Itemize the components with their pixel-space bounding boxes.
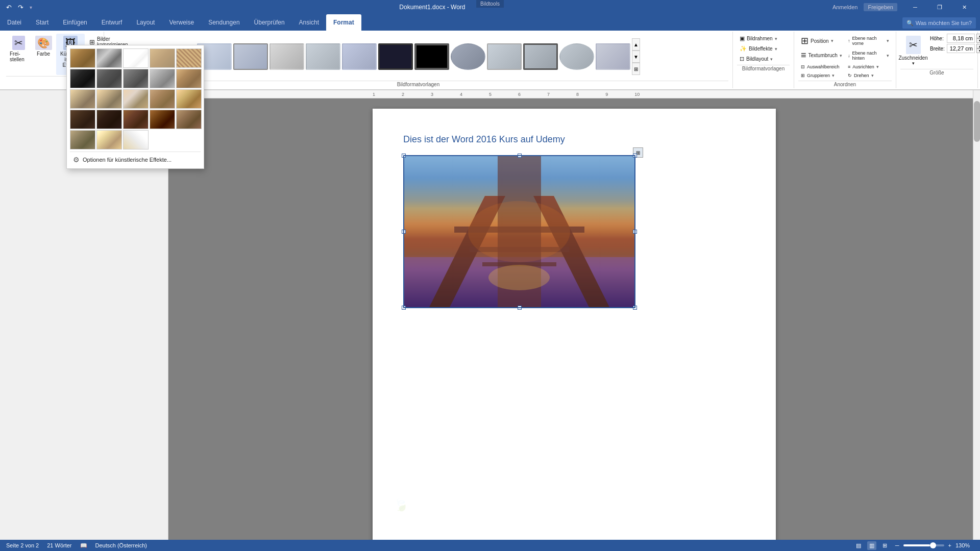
redo-button[interactable]: ↷ <box>16 3 26 12</box>
bildformat-item-7[interactable] <box>414 43 449 70</box>
bildrahmen-button[interactable]: ▣ Bildrahmen ▾ <box>737 34 790 43</box>
effect-pencil-sketch[interactable] <box>96 48 122 68</box>
effect-dark-2[interactable] <box>96 110 122 129</box>
bildformat-scroll-down[interactable]: ▼ <box>632 51 640 63</box>
drehen-button[interactable]: ↻ Drehen ▾ <box>845 71 892 80</box>
bildformat-item-11[interactable] <box>559 43 594 70</box>
zoom-out-button[interactable]: ─ <box>893 542 901 548</box>
restore-button[interactable]: ❐ <box>928 0 951 14</box>
zoom-slider-handle[interactable] <box>930 542 936 548</box>
handle-tm[interactable] <box>518 154 522 158</box>
handle-tl[interactable] <box>402 154 406 158</box>
effect-bw-2[interactable] <box>96 69 122 88</box>
effect-warm[interactable] <box>176 69 202 88</box>
handle-bl[interactable] <box>402 306 406 310</box>
textumbruch-button[interactable]: ≡ Textumbruch ▾ <box>798 48 845 62</box>
effect-sepia-1[interactable] <box>70 89 95 109</box>
ebene-nach-vorne-button[interactable]: ↑ Ebene nach vorne ▾ <box>845 34 892 48</box>
breite-spin-down[interactable]: ▼ <box>976 48 980 53</box>
view-web-button[interactable]: ⊞ <box>880 541 889 550</box>
view-layout-button[interactable]: ▥ <box>867 541 876 550</box>
zoom-slider-track[interactable] <box>903 544 944 546</box>
effect-dark-3[interactable] <box>123 110 149 129</box>
bildformat-item-2[interactable] <box>233 43 268 70</box>
effect-dark-1[interactable] <box>70 110 95 129</box>
effect-artistic-2[interactable] <box>96 130 122 149</box>
breite-spin-up[interactable]: ▲ <box>976 44 980 48</box>
textumbruch-icon: ≡ <box>801 50 806 61</box>
tab-ueberpruefen[interactable]: Überprüfen <box>247 14 292 31</box>
tab-entwurf[interactable]: Entwurf <box>94 14 130 31</box>
view-normal-button[interactable]: ▤ <box>854 541 863 550</box>
auswahlbereich-button[interactable]: ⊟ Auswahlbereich <box>798 63 845 71</box>
effect-artistic-1[interactable] <box>70 130 95 149</box>
tab-format[interactable]: Format <box>326 14 361 31</box>
scrollbar-thumb[interactable] <box>974 101 980 142</box>
bildformat-item-8[interactable] <box>451 43 485 70</box>
ebene-nach-hinten-button[interactable]: ↓ Ebene nach hinten ▾ <box>845 48 892 62</box>
bildformat-scroll-up[interactable]: ▲ <box>632 38 640 51</box>
tab-verweise[interactable]: Verweise <box>162 14 201 31</box>
effect-sepia-2[interactable] <box>96 89 122 109</box>
bildformat-item-6[interactable] <box>378 43 413 70</box>
handle-br[interactable] <box>633 306 637 310</box>
effect-watercolor[interactable] <box>150 48 175 68</box>
bildformat-expand[interactable]: ⊞ <box>632 63 640 75</box>
effect-bw-3[interactable] <box>123 69 149 88</box>
effect-bw-1[interactable] <box>70 69 95 88</box>
tab-ansicht[interactable]: Ansicht <box>292 14 326 31</box>
tab-datei[interactable]: Datei <box>0 14 29 31</box>
effect-none[interactable] <box>70 48 95 68</box>
hoehe-spin-up[interactable]: ▲ <box>976 34 980 38</box>
hoehe-input[interactable] <box>947 34 975 43</box>
effect-dark-4[interactable] <box>150 110 175 129</box>
handle-ml[interactable] <box>402 230 406 234</box>
bildformat-item-4[interactable] <box>306 43 340 70</box>
undo-button[interactable]: ↶ <box>4 3 14 12</box>
bildformat-item-10[interactable] <box>523 43 558 70</box>
tab-einfuegen[interactable]: Einfügen <box>56 14 94 31</box>
zoom-in-button[interactable]: + <box>946 542 953 548</box>
document-image-container[interactable]: ⊞ <box>403 155 635 308</box>
effect-light-3[interactable] <box>176 89 202 109</box>
effect-artistic-3[interactable] <box>123 130 149 149</box>
vertical-scrollbar[interactable] <box>973 90 980 541</box>
language[interactable]: Deutsch (Österreich) <box>95 542 147 548</box>
close-button[interactable]: ✕ <box>952 0 976 14</box>
handle-bm[interactable] <box>518 306 522 310</box>
effect-bw-4[interactable] <box>150 69 175 88</box>
zoom-level[interactable]: 130% <box>955 542 974 548</box>
spell-check-icon[interactable]: 📖 <box>80 542 87 549</box>
freistellen-button[interactable]: ✂ Frei-stellen <box>6 34 31 75</box>
bildformat-item-12[interactable] <box>596 43 630 70</box>
breite-input[interactable] <box>947 44 975 53</box>
tab-sendungen[interactable]: Sendungen <box>201 14 247 31</box>
hoehe-spin-down[interactable]: ▼ <box>976 38 980 43</box>
farbe-button[interactable]: 🎨 Farbe <box>33 34 54 75</box>
ausrichten-button[interactable]: ≡ Ausrichten ▾ <box>845 63 892 71</box>
options-link[interactable]: ⚙ Optionen für künstlerische Effekte... <box>70 154 201 165</box>
position-button[interactable]: ⊞ Position ▾ <box>798 34 845 48</box>
effect-light-1[interactable] <box>123 89 149 109</box>
bildeffekte-button[interactable]: ✨ Bildeffekte ▾ <box>737 44 790 54</box>
minimize-button[interactable]: ─ <box>903 0 927 14</box>
bildlayout-button[interactable]: ⊡ Bildlayout ▾ <box>737 54 790 64</box>
bildformat-item-3[interactable] <box>270 43 304 70</box>
handle-mr[interactable] <box>633 230 637 234</box>
effect-mosaic[interactable] <box>176 48 202 68</box>
search-box[interactable]: 🔍 Was möchten Sie tun? <box>902 17 976 29</box>
anmelden-button[interactable]: Anmelden <box>832 4 858 10</box>
bildformat-item-5[interactable] <box>342 43 377 70</box>
document-scroll[interactable]: Dies ist der Word 2016 Kurs auf Udemy <box>168 98 980 551</box>
tab-layout[interactable]: Layout <box>129 14 162 31</box>
freigeben-button[interactable]: Freigeben <box>864 3 897 11</box>
gruppieren-button[interactable]: ⊞ Gruppieren ▾ <box>798 71 845 80</box>
tab-start[interactable]: Start <box>29 14 56 31</box>
bildformat-item-9[interactable] <box>487 43 522 70</box>
handle-tr[interactable] <box>633 154 637 158</box>
zuschneiden-button[interactable]: ✂ Zuschneiden ▾ <box>900 34 926 68</box>
effect-light-2[interactable] <box>150 89 175 109</box>
effect-chalk[interactable] <box>123 48 149 68</box>
effect-dark-5[interactable] <box>176 110 202 129</box>
kuenstlerische-effekte-dropdown: ⚙ Optionen für künstlerische Effekte... <box>66 45 204 169</box>
